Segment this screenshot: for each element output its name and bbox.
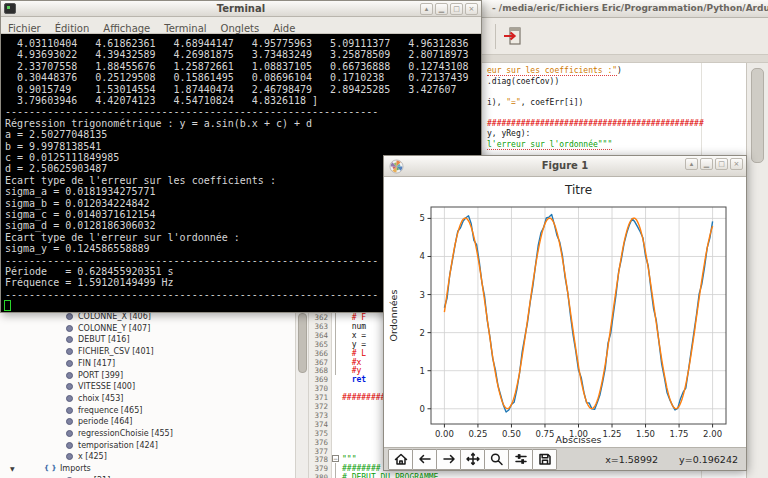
- line-number: 376: [314, 438, 328, 447]
- line-number: 368: [314, 366, 328, 375]
- expander-icon[interactable]: ▼: [10, 465, 15, 472]
- terminal-titlebar[interactable]: Terminal ▴▁□×: [1, 1, 481, 17]
- plot-canvas[interactable]: 0.000.250.500.751.001.251.501.752.000123…: [384, 177, 746, 449]
- symbol-item[interactable]: periode [464]: [78, 417, 132, 428]
- terminal-shade-button[interactable]: ▴: [420, 3, 433, 15]
- terminal-line: a = 2.50277048135: [5, 129, 107, 140]
- symbol-group-imports[interactable]: Imports: [60, 464, 91, 475]
- figure-maximize-button[interactable]: □: [715, 158, 728, 170]
- terminal-minimize-button[interactable]: ▁: [435, 3, 448, 15]
- line-number: 367: [314, 358, 328, 367]
- editor-scrollbar-thumb[interactable]: [751, 68, 764, 163]
- symbol-item[interactable]: choix [453]: [78, 394, 123, 405]
- y-tick-label: 4: [420, 251, 425, 261]
- figure-shade-button[interactable]: ▴: [685, 158, 698, 170]
- save-icon: [537, 452, 553, 466]
- line-number: 370: [314, 384, 328, 393]
- terminal-line: Régression trigonométrique : y = a.sin(b…: [5, 118, 312, 129]
- symbol-icon: [66, 407, 73, 414]
- x-tick-label: 0.50: [502, 429, 521, 439]
- subplots-icon: [513, 452, 529, 466]
- terminal-line: Ecart type de l'erreur sur l'ordonnée :: [5, 232, 240, 243]
- code-line: eur sur les coefficients :"): [487, 66, 622, 75]
- symbol-item[interactable]: frequence [465]: [78, 406, 142, 417]
- code-line: i), "=", coefErr[i]): [487, 98, 583, 107]
- symbol-item[interactable]: FIN [417]: [78, 359, 115, 370]
- terminal-line: ----------------------------------------…: [5, 106, 378, 117]
- terminal-line: 2.33707558 1.88455676 1.25872661 1.08837…: [5, 61, 469, 72]
- figure-titlebar[interactable]: Figure 1 ▴▁□×: [384, 156, 746, 177]
- symbol-item[interactable]: regressionChoisie [455]: [78, 429, 173, 440]
- line-number: 372: [314, 402, 328, 411]
- x-tick-label: 2.00: [703, 429, 722, 439]
- x-tick-label: 0.25: [468, 429, 487, 439]
- save-button[interactable]: [532, 449, 557, 470]
- fold-scope-line: [335, 463, 336, 478]
- terminal-line: ----------------------------------------…: [5, 255, 378, 266]
- home-button[interactable]: [388, 449, 413, 470]
- symbol-icon: [66, 442, 73, 449]
- code-line: ########################################…: [487, 119, 704, 128]
- line-number: 363: [314, 322, 328, 331]
- zoom-icon: [489, 452, 505, 466]
- forward-button[interactable]: [436, 449, 461, 470]
- figure-window: Figure 1 ▴▁□× 0.000.250.500.751.001.251.…: [383, 155, 747, 471]
- terminal-line: Fréquence = 1.59120149499 Hz: [5, 277, 174, 288]
- cursor-coordinates: x=1.58992 y=0.196242: [587, 454, 738, 465]
- terminal-window-title: Terminal: [1, 3, 481, 14]
- code-line: num: [342, 322, 366, 331]
- symbol-icon: [66, 360, 73, 367]
- editor-scrollbar[interactable]: [746, 63, 768, 478]
- terminal-line: b = 9.9978138541: [5, 141, 101, 152]
- code-line: y =: [342, 340, 366, 349]
- symbol-icon: [66, 372, 73, 379]
- symbol-icon: [66, 418, 73, 425]
- symbol-item[interactable]: COLONNE_Y [407]: [78, 324, 150, 335]
- y-tick-label: 0: [420, 404, 425, 414]
- x-tick-label: 1.50: [636, 429, 655, 439]
- pan-button[interactable]: [460, 449, 485, 470]
- quit-button[interactable]: [501, 25, 523, 47]
- symbol-icon: [66, 383, 73, 390]
- figure-minimize-button[interactable]: ▁: [700, 158, 713, 170]
- terminal-menubar: FichierÉditionAffichageTerminalOngletsAi…: [1, 17, 481, 34]
- y-tick-label: 5: [420, 213, 425, 223]
- terminal-line: 0.9015749 1.53014554 1.87440474 2.467984…: [5, 84, 457, 95]
- symbol-item[interactable]: DEBUT [416]: [78, 335, 130, 346]
- line-number: 375: [314, 429, 328, 438]
- back-icon: [417, 452, 433, 466]
- sidebar-scrollbar-thumb[interactable]: [298, 313, 307, 373]
- fold-collapse-icon[interactable]: −: [332, 455, 339, 462]
- terminal-line: Période = 0.628455920351 s: [5, 266, 174, 277]
- terminal-line: 4.93693022 4.39432589 4.26981875 3.73483…: [5, 49, 469, 60]
- status-x: x=1.58992: [605, 454, 658, 465]
- line-number: 379: [314, 464, 328, 473]
- line-number: 377: [314, 447, 328, 456]
- symbol-item[interactable]: PORT [399]: [78, 371, 123, 382]
- y-axis-label: Ordonnées: [388, 290, 399, 342]
- status-y: y=0.196242: [679, 454, 738, 465]
- back-button[interactable]: [412, 449, 437, 470]
- line-number: 380: [314, 473, 328, 478]
- symbol-icon: [66, 395, 73, 402]
- symbol-icon: [66, 348, 73, 355]
- line-number: 371: [314, 393, 328, 402]
- zoom-button[interactable]: [484, 449, 509, 470]
- x-tick-label: 1.75: [670, 429, 689, 439]
- line-number: 374: [314, 420, 328, 429]
- symbol-item[interactable]: temporisation [424]: [78, 441, 158, 452]
- terminal-line: sigma_b = 0.012034224842: [5, 198, 150, 209]
- code-line: y, yReg):: [487, 129, 530, 138]
- symbol-icon: [66, 430, 73, 437]
- terminal-maximize-button[interactable]: □: [450, 3, 463, 15]
- symbol-item[interactable]: x [425]: [78, 452, 107, 463]
- subplots-button[interactable]: [508, 449, 533, 470]
- symbol-item[interactable]: VITESSE [400]: [78, 382, 135, 393]
- line-number: 365: [314, 340, 328, 349]
- symbol-item[interactable]: FICHIER_CSV [401]: [78, 347, 154, 358]
- terminal-close-button[interactable]: ×: [465, 3, 478, 15]
- figure-close-button[interactable]: ×: [730, 158, 743, 170]
- code-line: ########: [342, 464, 381, 473]
- symbol-item[interactable]: COLONNE_X [406]: [78, 312, 151, 323]
- y-tick-label: 1: [420, 366, 425, 376]
